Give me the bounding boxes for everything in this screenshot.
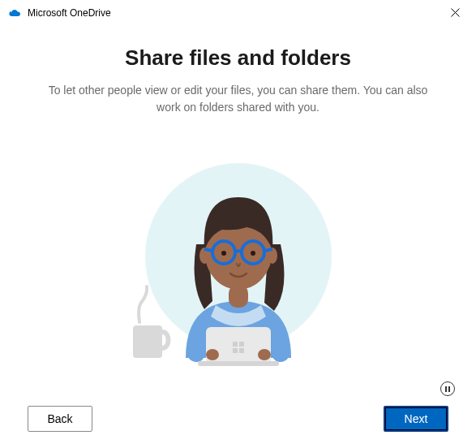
illustration bbox=[32, 139, 444, 366]
svg-point-18 bbox=[206, 349, 219, 360]
svg-rect-13 bbox=[198, 361, 279, 366]
app-title: Microsoft OneDrive bbox=[28, 7, 439, 19]
close-button[interactable] bbox=[439, 1, 471, 24]
onboarding-content: Share files and folders To let other peo… bbox=[0, 26, 476, 366]
close-icon bbox=[451, 8, 460, 17]
svg-line-8 bbox=[204, 249, 212, 251]
onedrive-icon bbox=[8, 6, 21, 19]
titlebar: Microsoft OneDrive bbox=[0, 0, 476, 26]
back-button[interactable]: Back bbox=[28, 406, 92, 432]
svg-point-19 bbox=[258, 349, 271, 360]
svg-point-10 bbox=[221, 251, 226, 256]
svg-line-9 bbox=[264, 249, 272, 251]
button-bar: Back Next bbox=[0, 406, 476, 432]
svg-rect-1 bbox=[133, 325, 162, 358]
person-laptop-illustration bbox=[101, 147, 376, 366]
page-description: To let other people view or edit your fi… bbox=[32, 82, 444, 116]
svg-rect-12 bbox=[206, 327, 271, 366]
svg-point-11 bbox=[251, 251, 255, 256]
svg-rect-14 bbox=[233, 342, 238, 347]
pause-animation-button[interactable] bbox=[440, 381, 455, 396]
svg-rect-15 bbox=[239, 342, 244, 347]
page-title: Share files and folders bbox=[32, 45, 444, 71]
next-button[interactable]: Next bbox=[384, 406, 448, 432]
svg-rect-16 bbox=[233, 348, 238, 353]
svg-rect-17 bbox=[239, 348, 244, 353]
